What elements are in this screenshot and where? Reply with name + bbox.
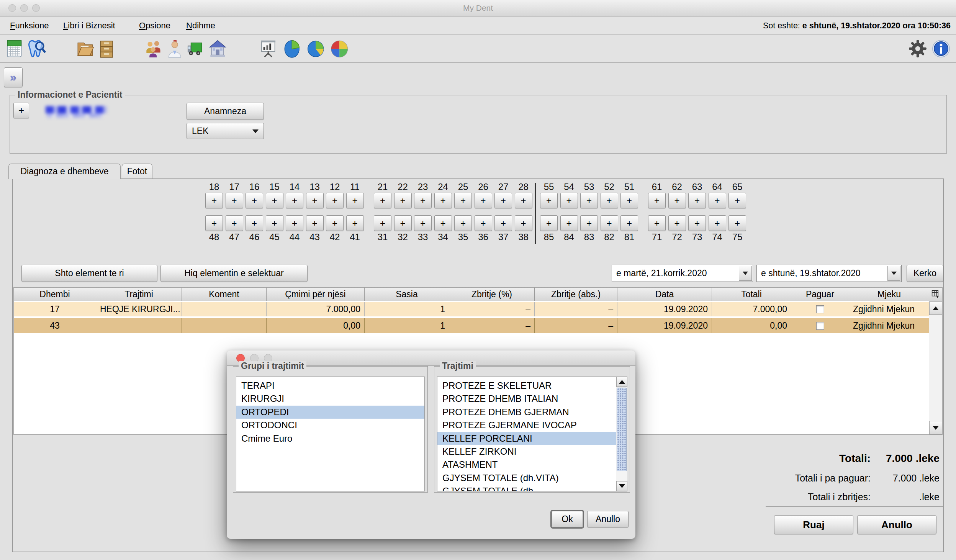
tooth-add-button-64[interactable]: + — [709, 193, 726, 208]
tooth-add-button-83[interactable]: + — [580, 215, 598, 231]
tooth-add-button-26[interactable]: + — [475, 193, 492, 208]
tooth-add-button-37[interactable]: + — [494, 215, 512, 231]
cell-data[interactable]: 19.09.2020 — [617, 318, 712, 333]
anamneza-button[interactable]: Anamneza — [187, 103, 264, 120]
tooth-add-button-74[interactable]: + — [709, 215, 726, 231]
search-button[interactable]: Kerko — [907, 265, 943, 282]
scroll-thumb[interactable] — [617, 388, 627, 471]
list-item-kellef-porcelani[interactable]: KELLEF PORCELANI — [437, 432, 627, 445]
tooth-add-button-21[interactable]: + — [374, 193, 391, 208]
cell--mimi-p-r-nj-si[interactable]: 7.000,00 — [267, 302, 365, 316]
tooth-add-button-35[interactable]: + — [454, 215, 472, 231]
calendar-icon[interactable] — [5, 39, 25, 59]
tooth-add-button-51[interactable]: + — [620, 193, 638, 208]
remove-element-button[interactable]: Hiq elementin e selektuar — [160, 265, 308, 282]
tooth-add-button-41[interactable]: + — [346, 215, 364, 231]
tooth-add-button-54[interactable]: + — [560, 193, 578, 208]
column-header--mimi-p-r-nj-si[interactable]: Çmimi për njësi — [267, 288, 365, 301]
tooth-add-button-62[interactable]: + — [668, 193, 686, 208]
cell-data[interactable]: 19.09.2020 — [617, 302, 712, 316]
list-item-gjysem-totale-dh-vita-[interactable]: GJYSEM TOTALE (dh.VITA) — [437, 472, 627, 485]
column-header-totali[interactable]: Totali — [712, 288, 791, 301]
treatment-group-list[interactable]: TERAPIKIRURGJIORTOPEDIORTODONCICmime Eur… — [236, 377, 425, 491]
list-item-ortopedi[interactable]: ORTOPEDI — [236, 406, 424, 419]
cell-totali[interactable]: 0,00 — [712, 318, 791, 333]
tooth-add-button-75[interactable]: + — [728, 215, 746, 231]
ok-button[interactable]: Ok — [552, 511, 583, 527]
paguar-checkbox[interactable] — [816, 322, 824, 330]
tooth-add-button-45[interactable]: + — [266, 215, 283, 231]
tooth-add-button-84[interactable]: + — [560, 215, 578, 231]
menu-funksione[interactable]: Funksione — [10, 21, 49, 31]
table-row-1[interactable]: 17HEQJE KIRURGJI...7.000,001––19.09.2020… — [14, 302, 930, 316]
tooth-add-button-61[interactable]: + — [648, 193, 666, 208]
save-button[interactable]: Ruaj — [774, 515, 853, 534]
cell-trajtimi[interactable] — [96, 318, 182, 333]
column-header-mjeku[interactable]: Mjeku — [849, 288, 930, 301]
archive-boxes-icon[interactable] — [97, 39, 117, 59]
column-header-data[interactable]: Data — [617, 288, 712, 301]
add-patient-button[interactable]: + — [13, 103, 29, 118]
tooth-add-button-71[interactable]: + — [648, 215, 666, 231]
truck-icon[interactable] — [186, 39, 206, 59]
tab-fotot[interactable]: Fotot — [122, 164, 152, 179]
tooth-add-button-28[interactable]: + — [515, 193, 532, 208]
dialog-cancel-button[interactable]: Anullo — [587, 511, 629, 527]
cell-zbritje-[interactable]: – — [449, 302, 535, 316]
cell-mjeku[interactable]: Zgjidhni Mjekun — [849, 318, 930, 333]
table-scrollbar[interactable] — [929, 301, 942, 434]
pie-chart-blue-icon[interactable] — [306, 39, 326, 59]
tooth-add-button-46[interactable]: + — [246, 215, 263, 231]
pie-chart-green-icon[interactable] — [282, 39, 302, 59]
column-header-dhembi[interactable]: Dhembi — [14, 288, 96, 301]
patients-group-icon[interactable] — [144, 39, 164, 59]
tooth-add-button-48[interactable]: + — [205, 215, 223, 231]
tooth-add-button-16[interactable]: + — [246, 193, 263, 208]
tooth-add-button-73[interactable]: + — [688, 215, 706, 231]
info-icon[interactable] — [931, 39, 951, 59]
column-header-sasia[interactable]: Sasia — [365, 288, 449, 301]
folder-icon[interactable] — [75, 39, 95, 59]
date-from-combobox[interactable]: e martë, 21.korrik.2020 — [612, 265, 753, 282]
cell-trajtimi[interactable]: HEQJE KIRURGJI... — [96, 302, 182, 316]
column-header-zbritje-abs-[interactable]: Zbritje (abs.) — [535, 288, 617, 301]
tooth-add-button-34[interactable]: + — [434, 215, 452, 231]
chevron-down-icon[interactable] — [739, 266, 752, 281]
list-item-gjysem-totale-dh-[interactable]: GJYSEM TOTALE (dh... — [437, 485, 627, 491]
cell-dhembi[interactable]: 43 — [14, 318, 96, 333]
tooth-add-button-47[interactable]: + — [226, 215, 243, 231]
tooth-add-button-17[interactable]: + — [226, 193, 243, 208]
tooth-add-button-25[interactable]: + — [454, 193, 472, 208]
list-item-ortodonci[interactable]: ORTODONCI — [236, 419, 424, 432]
column-header-trajtimi[interactable]: Trajtimi — [96, 288, 182, 301]
scroll-down-icon[interactable] — [616, 481, 627, 491]
scroll-up-icon[interactable] — [616, 377, 627, 387]
expand-sidebar-button[interactable]: » — [4, 67, 23, 87]
tooth-add-button-13[interactable]: + — [306, 193, 324, 208]
cell-zbritje-abs-[interactable]: – — [535, 318, 617, 333]
list-item-proteze-dhemb-italian[interactable]: PROTEZE DHEMB ITALIAN — [437, 392, 627, 405]
tooth-add-button-81[interactable]: + — [620, 215, 638, 231]
cell-sasia[interactable]: 1 — [365, 302, 449, 316]
settings-gear-icon[interactable] — [908, 39, 928, 59]
list-item-kellef-zirkoni[interactable]: KELLEF ZIRKONI — [437, 445, 627, 458]
dialog-scrollbar[interactable] — [616, 377, 627, 491]
tooth-add-button-12[interactable]: + — [326, 193, 344, 208]
tooth-add-button-33[interactable]: + — [414, 215, 432, 231]
cell-zbritje-[interactable]: – — [449, 318, 535, 333]
doctor-icon[interactable] — [165, 39, 185, 59]
column-header-paguar[interactable]: Paguar — [791, 288, 849, 301]
tooth-add-button-11[interactable]: + — [346, 193, 364, 208]
cell-totali[interactable]: 7.000,00 — [712, 302, 791, 316]
tooth-add-button-82[interactable]: + — [601, 215, 618, 231]
column-header-zbritje-[interactable]: Zbritje (%) — [449, 288, 535, 301]
table-row-2[interactable]: 430,001––19.09.20200,00Zgjidhni Mjekun — [14, 318, 930, 333]
tooth-add-button-23[interactable]: + — [414, 193, 432, 208]
tooth-add-button-32[interactable]: + — [394, 215, 412, 231]
paguar-checkbox[interactable] — [816, 305, 824, 313]
cancel-button[interactable]: Anullo — [857, 515, 936, 534]
cell-zbritje-abs-[interactable]: – — [535, 302, 617, 316]
cell-dhembi[interactable]: 17 — [14, 302, 96, 316]
tooth-add-button-18[interactable]: + — [205, 193, 223, 208]
menu-opsione[interactable]: Opsione — [139, 21, 170, 31]
